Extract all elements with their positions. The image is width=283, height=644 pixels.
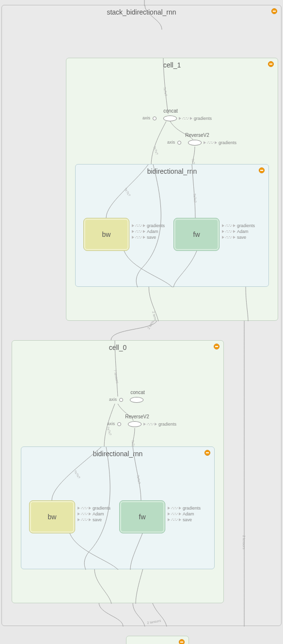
reverse-label: ReverseV2 xyxy=(123,414,152,419)
svg-text:?x?x?: ?x?x? xyxy=(73,470,81,479)
svg-text:?x?x?: ?x?x? xyxy=(136,475,141,484)
axis-input xyxy=(117,422,121,426)
scope-cell-1[interactable]: cell_1 ?x?x? ?x?x? ?x?x? 2 tensors conca… xyxy=(66,58,278,321)
svg-text:2 tensors: 2 tensors xyxy=(147,619,161,625)
bw-node[interactable]: bw xyxy=(29,500,75,533)
out-label: save xyxy=(183,517,192,522)
reverse-out-gradients: gradients xyxy=(143,422,176,427)
fw-out-gradients: gradients xyxy=(168,506,201,511)
fw-out-adam: Adam xyxy=(168,512,194,516)
fw-node[interactable]: fw xyxy=(119,500,165,533)
reverse-node[interactable] xyxy=(128,421,142,427)
svg-text:? tensors: ? tensors xyxy=(113,369,119,384)
reverse-node[interactable] xyxy=(188,140,202,146)
axis-input xyxy=(119,398,123,402)
out-label: Adam xyxy=(183,512,194,516)
scope-birnn-1[interactable]: bidirectional_rnn ?x?x? ?x?x? bw gradien… xyxy=(75,164,269,287)
bw-out-save: save xyxy=(132,235,156,240)
collapse-icon[interactable] xyxy=(259,167,265,173)
out-label: save xyxy=(147,235,156,240)
axis-input xyxy=(153,116,157,120)
axis-label: axis xyxy=(107,421,115,426)
concat-label: concat xyxy=(158,108,183,114)
bw-label: bw xyxy=(102,231,111,238)
collapse-icon[interactable] xyxy=(214,344,220,349)
fw-out-adam: Adam xyxy=(222,229,249,234)
out-label: Adam xyxy=(237,229,249,234)
svg-text:2 tensors: 2 tensors xyxy=(152,311,158,321)
out-label: gradients xyxy=(183,506,201,511)
concat-node[interactable] xyxy=(163,116,177,121)
fw-node[interactable]: fw xyxy=(173,218,220,251)
svg-text:?x?x?: ?x?x? xyxy=(124,187,131,197)
bw-out-save: save xyxy=(78,517,102,522)
fw-label: fw xyxy=(193,231,200,238)
bw-label: bw xyxy=(48,513,57,521)
scope-stack-bidirectional-rnn[interactable]: stack_bidirectional_rnn 2 tensors 2 tens… xyxy=(1,5,282,626)
out-label: save xyxy=(237,235,246,240)
fw-out-save: save xyxy=(222,235,246,240)
scope-bottom-partial[interactable] xyxy=(126,636,189,644)
birnn-0-title: bidirectional_rnn xyxy=(21,450,214,458)
bw-out-adam: Adam xyxy=(78,512,104,516)
reverse-label: ReverseV2 xyxy=(183,132,212,138)
bw-out-gradients: gradients xyxy=(78,506,110,511)
out-label: gradients xyxy=(237,223,255,228)
bw-out-adam: Adam xyxy=(132,229,158,234)
scope-title: stack_bidirectional_rnn xyxy=(2,8,281,16)
out-label: gradients xyxy=(158,422,176,427)
collapse-icon[interactable] xyxy=(271,8,277,14)
collapse-icon[interactable] xyxy=(268,61,274,67)
out-label: Adam xyxy=(93,512,104,516)
concat-out-gradients: gradients xyxy=(179,116,212,121)
fw-out-gradients: gradients xyxy=(222,223,255,228)
out-label: gradients xyxy=(219,140,236,145)
svg-text:?x?x?: ?x?x? xyxy=(193,193,197,202)
reverse-out-gradients: gradients xyxy=(204,140,236,145)
bw-out-gradients: gradients xyxy=(132,223,165,228)
svg-text:?x?x?: ?x?x? xyxy=(163,87,168,97)
cell-1-title: cell_1 xyxy=(66,61,278,69)
collapse-icon[interactable] xyxy=(204,450,210,456)
out-label: gradients xyxy=(93,506,110,511)
fw-out-save: save xyxy=(168,517,192,522)
concat-label: concat xyxy=(126,390,150,395)
bw-node[interactable]: bw xyxy=(83,218,129,251)
birnn-1-title: bidirectional_rnn xyxy=(76,167,268,175)
axis-input xyxy=(177,141,181,145)
cell-0-title: cell_0 xyxy=(12,344,223,351)
svg-text:?x?x?: ?x?x? xyxy=(153,146,159,155)
svg-text:2 tensors: 2 tensors xyxy=(242,535,246,549)
axis-label: axis xyxy=(167,140,175,145)
fw-label: fw xyxy=(139,513,146,521)
collapse-icon[interactable] xyxy=(179,639,185,644)
out-label: Adam xyxy=(147,229,158,234)
out-label: save xyxy=(93,517,102,522)
out-label: gradients xyxy=(147,223,165,228)
scope-birnn-0[interactable]: bidirectional_rnn ?x?x? ?x?x? bw gradien… xyxy=(21,446,215,569)
out-label: gradients xyxy=(194,116,212,121)
scope-cell-0[interactable]: cell_0 ? tensors ?x?x? ?x?x? concat axis… xyxy=(12,340,224,603)
svg-text:?x?x?: ?x?x? xyxy=(106,426,112,436)
axis-label: axis xyxy=(109,397,117,402)
axis-label: axis xyxy=(142,116,150,120)
concat-node[interactable] xyxy=(130,397,143,403)
